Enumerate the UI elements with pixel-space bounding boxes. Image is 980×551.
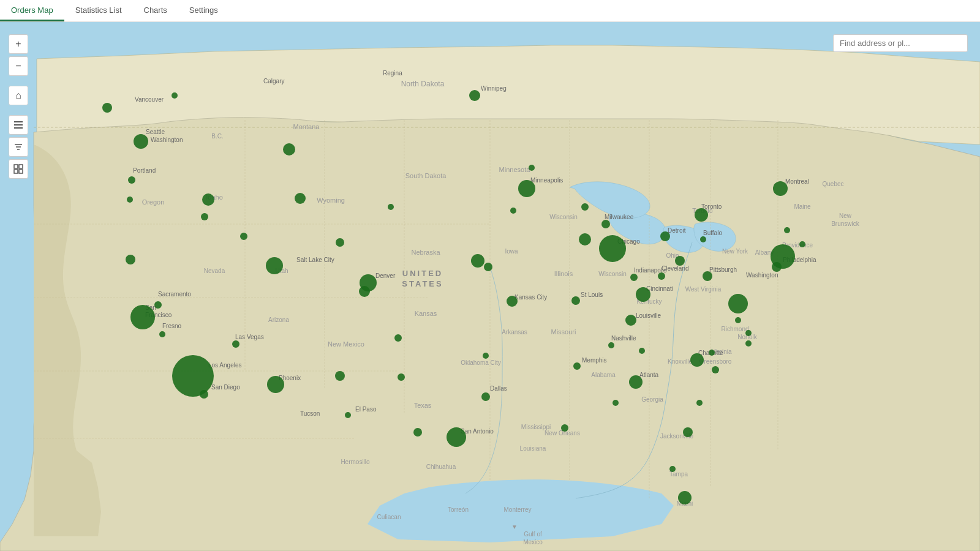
svg-text:STATES: STATES [402, 279, 443, 288]
svg-text:Quebec: Quebec [822, 181, 843, 187]
map-dot[interactable] [345, 412, 351, 418]
map-dot[interactable] [469, 90, 480, 101]
zoom-out-button[interactable]: − [9, 56, 28, 76]
map-dot[interactable] [336, 238, 344, 247]
map-dot[interactable] [678, 491, 692, 504]
map-dot[interactable] [696, 400, 703, 406]
map-dot[interactable] [201, 213, 208, 220]
map-dot[interactable] [507, 296, 518, 307]
map-dot[interactable] [102, 103, 112, 113]
map-dot[interactable] [388, 204, 394, 210]
map-dot[interactable] [675, 256, 685, 266]
map-dot[interactable] [295, 193, 306, 204]
map-dot[interactable] [599, 235, 626, 262]
map-dot[interactable] [745, 340, 752, 347]
map-dot[interactable] [690, 353, 704, 367]
map-dot[interactable] [625, 315, 636, 326]
map-dot[interactable] [200, 390, 208, 399]
map-dot[interactable] [413, 428, 422, 437]
map-dot[interactable] [709, 350, 715, 356]
map-dot[interactable] [232, 340, 239, 348]
home-button[interactable]: ⌂ [9, 86, 28, 105]
svg-text:Minneapolis: Minneapolis [530, 177, 563, 184]
svg-text:▼: ▼ [511, 523, 518, 530]
map-dot[interactable] [658, 272, 665, 280]
map-dot[interactable] [128, 176, 135, 184]
tab-statistics-list[interactable]: Statistics List [64, 0, 133, 21]
tab-settings[interactable]: Settings [178, 0, 229, 21]
map-dot[interactable] [529, 165, 535, 171]
map-dot[interactable] [630, 274, 638, 281]
map-dot[interactable] [172, 92, 178, 99]
map-dot[interactable] [784, 227, 790, 233]
map-dot[interactable] [636, 287, 650, 302]
map-dot[interactable] [130, 305, 155, 329]
map-dot[interactable] [483, 353, 489, 359]
svg-text:Greensboro: Greensboro [699, 358, 732, 365]
map-dot[interactable] [573, 362, 581, 370]
map-dot[interactable] [639, 348, 645, 354]
tab-orders-map[interactable]: Orders Map [0, 0, 64, 21]
filter-button[interactable] [9, 137, 28, 157]
map-dot[interactable] [283, 143, 295, 156]
svg-text:B.C.: B.C. [211, 133, 223, 140]
map-dot[interactable] [126, 255, 135, 264]
map-dot[interactable] [669, 466, 676, 472]
map-dot[interactable] [579, 233, 591, 246]
layers-list-button[interactable] [9, 115, 28, 135]
grid-button[interactable] [9, 159, 28, 179]
zoom-in-button[interactable]: + [9, 34, 28, 54]
map-dot[interactable] [629, 375, 643, 389]
map-dot[interactable] [159, 331, 165, 337]
map-dot[interactable] [571, 296, 580, 305]
map-dot[interactable] [601, 220, 610, 228]
map-dot[interactable] [172, 355, 214, 397]
map-dot[interactable] [240, 233, 247, 240]
map-dot[interactable] [127, 197, 133, 203]
search-box[interactable] [833, 34, 968, 52]
svg-text:Richmond: Richmond [721, 326, 748, 332]
map-dot[interactable] [700, 236, 706, 242]
map-dot[interactable] [398, 373, 405, 381]
map-dot[interactable] [202, 193, 214, 206]
svg-text:Kansas City: Kansas City [514, 294, 547, 301]
map-dot[interactable] [447, 427, 466, 447]
map-dot[interactable] [471, 254, 484, 268]
map-dot[interactable] [394, 334, 402, 342]
map-dot[interactable] [608, 342, 614, 348]
map-dot[interactable] [703, 271, 712, 281]
svg-rect-121 [19, 170, 23, 173]
map-dot[interactable] [266, 257, 283, 274]
map-dot[interactable] [773, 181, 788, 196]
map-dot[interactable] [335, 371, 345, 381]
map-dot[interactable] [561, 424, 568, 432]
map-dot[interactable] [484, 263, 492, 271]
map-dot[interactable] [510, 208, 516, 214]
map-dot[interactable] [771, 244, 795, 269]
svg-text:Montreal: Montreal [785, 178, 809, 185]
svg-text:Mexico: Mexico [523, 539, 543, 545]
map-dot[interactable] [518, 180, 535, 197]
map-dot[interactable] [660, 231, 670, 241]
search-input[interactable] [840, 39, 961, 48]
map-dot[interactable] [745, 330, 752, 336]
tab-charts[interactable]: Charts [133, 0, 178, 21]
map-dot[interactable] [359, 286, 370, 297]
map-dot[interactable] [799, 241, 805, 247]
map-dot[interactable] [581, 203, 589, 211]
map-dot[interactable] [712, 366, 719, 373]
svg-text:Kansas: Kansas [415, 310, 437, 317]
map-dot[interactable] [683, 427, 693, 437]
svg-text:Cincinnati: Cincinnati [646, 285, 673, 292]
map-dot[interactable] [267, 376, 284, 393]
map-dot[interactable] [154, 301, 162, 309]
svg-text:Louisiana: Louisiana [520, 445, 546, 452]
map-dot[interactable] [695, 208, 708, 222]
map-dot[interactable] [134, 134, 148, 149]
svg-text:Missouri: Missouri [551, 328, 576, 335]
map-dot[interactable] [481, 392, 490, 401]
svg-text:Minnesota: Minnesota [499, 166, 531, 173]
map-dot[interactable] [612, 400, 619, 406]
map-dot[interactable] [728, 294, 748, 313]
map-dot[interactable] [735, 317, 741, 323]
